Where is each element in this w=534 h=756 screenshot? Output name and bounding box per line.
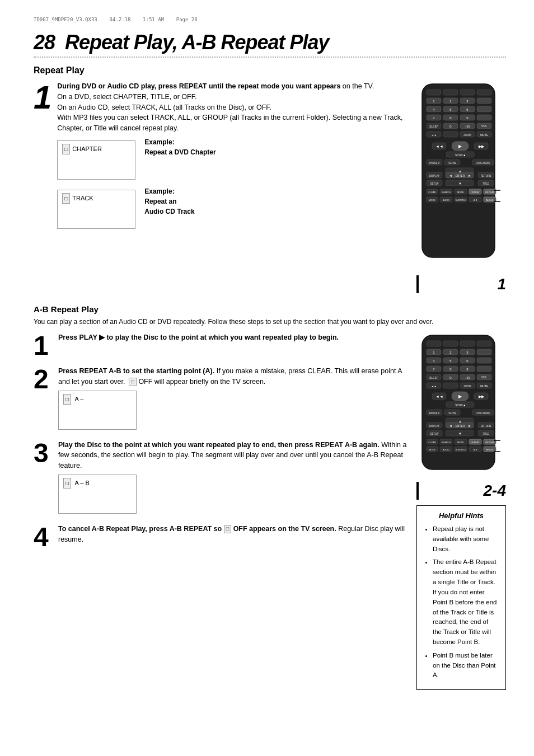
step1-content: During DVD or Audio CD play, press REPEA… <box>57 81 405 236</box>
svg-text:◄: ◄ <box>449 174 452 177</box>
ab-step2-bold: Press REPEAT A-B to set the starting poi… <box>58 367 214 375</box>
ab-step3-text: Play the Disc to the point at which you … <box>58 440 407 471</box>
svg-text:REPEAT: REPEAT <box>485 441 494 444</box>
track-display: □TRACK <box>57 190 135 229</box>
svg-text:DISPLAY: DISPLAY <box>429 175 440 177</box>
svg-rect-15 <box>477 106 491 112</box>
ab-panel1: □ A – <box>58 391 137 430</box>
svg-text:◄: ◄ <box>449 424 452 428</box>
svg-text:VOL: VOL <box>481 375 487 379</box>
chapter-icon: □ <box>62 144 70 154</box>
svg-text:DISPLAY: DISPLAY <box>429 425 440 428</box>
example2-block: □TRACK Example:Repeat anAudio CD Track <box>57 186 405 232</box>
ab-panel2-text: A – B <box>75 480 90 486</box>
svg-text:MODE: MODE <box>429 199 435 201</box>
svg-text:▶▶: ▶▶ <box>479 395 485 398</box>
hint2: The entire A-B Repeat section must be wi… <box>433 557 499 647</box>
title-text: Repeat Play, A-B Repeat Play <box>65 31 329 54</box>
svg-text:ZOOM: ZOOM <box>463 385 471 388</box>
svg-rect-94 <box>427 341 441 346</box>
ab-step4-number: 4 <box>34 524 54 551</box>
ab-step3-number: 3 <box>34 440 54 517</box>
badge1: 1 <box>416 275 506 293</box>
ab-step1-text: Press PLAY ▶ to play the Disc to the poi… <box>58 332 407 343</box>
step1-detail2: On an Audio CD, select TRACK, ALL (all T… <box>57 102 405 113</box>
svg-text:AUDIO: AUDIO <box>443 199 450 201</box>
svg-text:+10: +10 <box>465 376 470 379</box>
lower-right: 1 2 3 4 5 6 7 8 9 <box>416 332 506 690</box>
svg-rect-95 <box>443 341 458 346</box>
remote1-area: 1 2 3 4 5 6 7 8 9 <box>416 81 506 293</box>
svg-text:ENTER: ENTER <box>456 424 465 428</box>
svg-text:SUBTITLE: SUBTITLE <box>455 448 466 451</box>
page-meta: TD007_9MDPF20_V3.QX33 04.2.18 1:51 AM Pa… <box>34 17 506 22</box>
svg-text:SEARCH: SEARCH <box>442 191 451 194</box>
svg-text:PAUSE II: PAUSE II <box>429 162 440 165</box>
ab-panel1-text: A – <box>75 396 84 402</box>
svg-text:SLOW: SLOW <box>448 162 456 165</box>
svg-rect-128 <box>443 383 458 388</box>
hint3: Point B must be later on the Disc than P… <box>433 651 499 680</box>
example2-text: Example:Repeat anAudio CD Track <box>144 186 194 217</box>
page-number: 28 <box>34 31 55 54</box>
svg-text:ANGLE: ANGLE <box>486 199 494 201</box>
lower-layout: 1 Press PLAY ▶ to play the Disc to the p… <box>34 332 506 690</box>
svg-text:▶▶: ▶▶ <box>479 144 485 148</box>
ab-step2-text: Press REPEAT A-B to set the starting poi… <box>58 366 407 387</box>
svg-text:PAUSE II: PAUSE II <box>429 412 440 415</box>
example1-block: □CHAPTER Example:Repeat a DVD Chapter <box>57 137 405 183</box>
svg-rect-97 <box>477 341 491 346</box>
off-icon2: □ <box>224 525 231 534</box>
svg-text:STOP ■: STOP ■ <box>455 403 465 407</box>
step1-block: 1 During DVD or Audio CD play, press REP… <box>34 81 405 236</box>
svg-text:◄◄: ◄◄ <box>435 395 443 398</box>
ab-intro: You can play a section of an Audio CD or… <box>34 317 506 327</box>
svg-text:CLEAR: CLEAR <box>428 441 435 444</box>
ab-heading: A-B Repeat Play <box>34 304 506 314</box>
ab-step1-content: Press PLAY ▶ to play the Disc to the poi… <box>58 332 407 359</box>
example1-text: Example:Repeat a DVD Chapter <box>144 137 216 157</box>
svg-text:DISC MENU: DISC MENU <box>476 162 490 165</box>
svg-text:REPEAT: REPEAT <box>471 191 480 194</box>
svg-text:STOP ■: STOP ■ <box>455 153 465 157</box>
svg-text:◄◄: ◄◄ <box>432 385 437 388</box>
svg-text:TITLE: TITLE <box>483 182 489 185</box>
badge2: 2-4 <box>416 482 506 500</box>
track-icon: □ <box>62 193 70 204</box>
track-label: TRACK <box>72 195 93 201</box>
svg-text:▶: ▶ <box>458 144 462 149</box>
step1-detail3: With MP3 files you can select TRACK, ALL… <box>57 112 405 134</box>
hints-title: Helpful Hints <box>424 511 499 520</box>
svg-text:ENTER: ENTER <box>456 174 465 177</box>
date-label: 04.2.18 <box>109 17 130 22</box>
svg-rect-35 <box>443 132 458 137</box>
svg-text:▶: ▶ <box>458 394 462 399</box>
svg-text:►: ► <box>468 424 471 428</box>
chapter-label: CHAPTER <box>72 145 102 152</box>
ab-step2-number: 2 <box>34 366 54 433</box>
time-label: 1:51 AM <box>143 17 164 22</box>
svg-text:VOL: VOL <box>481 124 487 128</box>
ab-panel2-icon: □ <box>63 478 71 489</box>
svg-text:REPEAT: REPEAT <box>485 191 494 194</box>
svg-rect-108 <box>477 358 491 363</box>
svg-text:SLEEP: SLEEP <box>429 376 439 379</box>
ab-step4-text: To cancel A-B Repeat Play, press A-B REP… <box>58 524 407 545</box>
step1-bold: During DVD or Audio CD play, press REPEA… <box>57 82 340 90</box>
ab-step3-row: 3 Play the Disc to the point at which yo… <box>34 440 407 517</box>
svg-text:+10: +10 <box>465 125 470 128</box>
example2-panel: □TRACK <box>57 186 135 232</box>
svg-text:RETURN: RETURN <box>481 425 491 428</box>
svg-text:A-B: A-B <box>474 199 477 201</box>
ab-step1-number: 1 <box>34 332 54 359</box>
helpful-hints-box: Helpful Hints Repeat play is not availab… <box>416 505 506 690</box>
ab-step3-bold: Play the Disc to the point at which you … <box>58 441 380 449</box>
repeat-play-left: 1 During DVD or Audio CD play, press REP… <box>34 81 405 293</box>
svg-text:MUTE: MUTE <box>480 133 489 137</box>
step1-number: 1 <box>34 81 51 236</box>
page-container: TD007_9MDPF20_V3.QX33 04.2.18 1:51 AM Pa… <box>0 0 534 756</box>
ab-panel1-icon: □ <box>63 394 71 405</box>
svg-rect-3 <box>460 90 475 95</box>
svg-text:▼: ▼ <box>458 432 462 435</box>
svg-text:▼: ▼ <box>458 182 462 185</box>
